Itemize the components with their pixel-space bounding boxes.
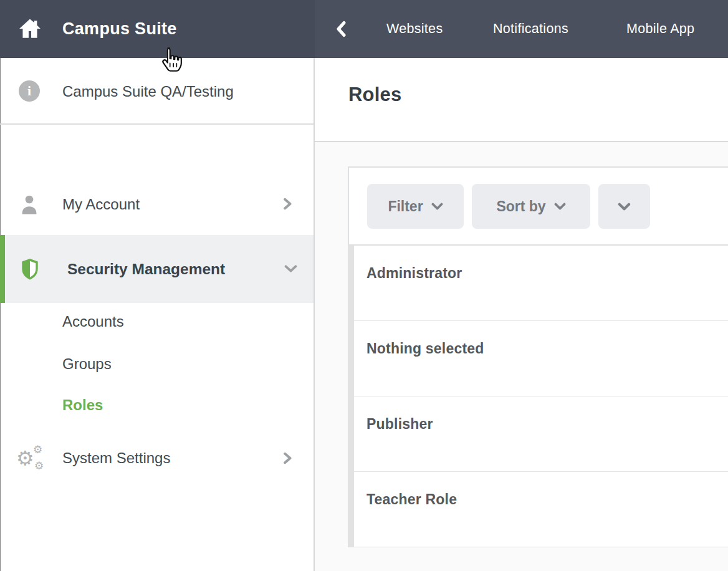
info-icon: i: [19, 80, 40, 102]
role-row[interactable]: Teacher Role: [354, 472, 728, 547]
sidebar-item-system-settings[interactable]: ⚙ ⚙ ⚙ System Settings: [0, 439, 314, 477]
topbar-nav: Websites Notifications Mobile App: [315, 0, 728, 58]
chevron-right-icon: [282, 452, 292, 464]
org-name: Campus Suite QA/Testing: [62, 58, 234, 125]
sidebar-item-label: System Settings: [62, 439, 170, 477]
topbar-brand-area: Campus Suite: [0, 0, 315, 58]
gears-icon: ⚙ ⚙ ⚙: [16, 444, 44, 473]
sidebar-item-my-account[interactable]: My Account: [0, 187, 314, 221]
main-content: Roles Filter Sort by: [315, 58, 728, 571]
filter-button-label: Filter: [388, 198, 423, 215]
list-toolbar: Filter Sort by: [348, 166, 728, 246]
sidebar-left-edge: [0, 58, 1, 571]
role-row[interactable]: Nothing selected: [354, 321, 728, 396]
home-icon[interactable]: [18, 17, 42, 41]
filter-button[interactable]: Filter: [367, 184, 464, 229]
app-title[interactable]: Campus Suite: [62, 0, 177, 58]
chevron-down-icon: [284, 264, 294, 276]
role-row[interactable]: Publisher: [354, 396, 728, 472]
sidebar-subitem-groups[interactable]: Groups: [62, 352, 249, 377]
chevron-right-icon: [282, 198, 292, 210]
sidebar-subitem-accounts[interactable]: Accounts: [62, 309, 249, 334]
page-header: Roles: [315, 58, 728, 142]
sidebar-org-row[interactable]: i Campus Suite QA/Testing: [0, 58, 314, 125]
sidebar-item-security-management[interactable]: Security Management: [0, 235, 314, 303]
chevron-down-icon: [554, 203, 566, 210]
sidebar: i Campus Suite QA/Testing My Account Sec…: [0, 58, 315, 571]
role-name: Administrator: [366, 265, 462, 281]
chevron-down-icon: [431, 203, 443, 210]
nav-mobile-app[interactable]: Mobile App: [626, 0, 694, 58]
sidebar-item-label: My Account: [62, 187, 140, 221]
shield-icon: [21, 258, 39, 281]
sidebar-subitem-roles[interactable]: Roles: [62, 393, 249, 418]
page-title: Roles: [348, 84, 401, 106]
role-name: Teacher Role: [366, 491, 457, 507]
role-row[interactable]: Administrator: [354, 246, 728, 321]
role-name: Publisher: [366, 416, 433, 432]
chevron-down-icon: [618, 203, 631, 211]
nav-notifications[interactable]: Notifications: [493, 0, 568, 58]
role-name: Nothing selected: [366, 340, 484, 357]
top-bar: Campus Suite Websites Notifications Mobi…: [0, 0, 728, 58]
person-icon: [21, 194, 38, 215]
sort-by-button-label: Sort by: [496, 198, 545, 215]
collapse-sidebar-chevron-icon[interactable]: [335, 21, 347, 37]
roles-list: Administrator Nothing selected Publisher…: [348, 246, 728, 547]
sort-by-button[interactable]: Sort by: [472, 184, 590, 229]
more-actions-button[interactable]: [598, 184, 650, 229]
nav-websites[interactable]: Websites: [386, 0, 443, 58]
sidebar-item-label: Security Management: [67, 235, 225, 303]
